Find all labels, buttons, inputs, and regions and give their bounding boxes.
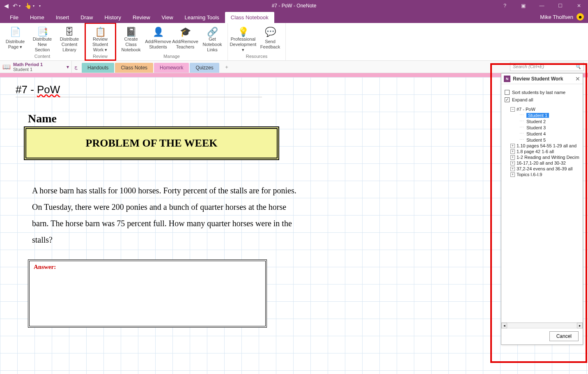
group-label-manage: Manage <box>163 54 180 60</box>
tab-view[interactable]: View <box>156 12 179 23</box>
tree-toggle-icon[interactable]: + <box>510 155 515 160</box>
review-student-work-panel: N Review Student Work ✕ Sort students by… <box>501 73 583 345</box>
sort-checkbox-row[interactable]: Sort students by last name <box>505 90 579 95</box>
problem-of-week-box: PROBLEM OF THE WEEK <box>24 126 279 160</box>
create-class-notebook-button[interactable]: 📓Create Class Notebook <box>117 24 145 54</box>
tree-toggle-icon[interactable]: + <box>510 167 515 171</box>
tree-student-student-4[interactable]: ⋯Student 4 <box>505 131 579 137</box>
user-area[interactable]: Mike Tholfsen ☻ <box>540 13 584 21</box>
tree-student-student-1[interactable]: ⋯Student 1 <box>505 112 579 118</box>
tree-label: Student 2 <box>526 119 546 124</box>
pin-nav-button[interactable]: ڄ <box>72 61 80 73</box>
panel-hscrollbar[interactable]: ◂ ▸ <box>501 322 583 328</box>
tree-label: 1-2 Reading and Writing Decim <box>517 155 579 160</box>
potw-heading: PROBLEM OF THE WEEK <box>86 137 218 149</box>
distribute-new-section-button[interactable]: 📑Distribute New Section <box>29 24 56 54</box>
scroll-right-button[interactable]: ▸ <box>577 323 583 328</box>
ribbon-options-button[interactable]: ▣ <box>514 0 533 11</box>
tree-student-student-2[interactable]: ⋯Student 2 <box>505 118 579 124</box>
section-tab-quizzes[interactable]: Quizzes <box>190 63 219 73</box>
tree-label: Student 3 <box>526 125 546 130</box>
expand-checkbox-row[interactable]: ✓ Expand all <box>505 97 579 102</box>
distribute-page-button[interactable]: 📄Distribute Page ▾ <box>2 24 29 54</box>
section-tabs: HandoutsClass NotesHomeworkQuizzes＋ <box>80 61 233 73</box>
ribbon-group-resources: 💡Professional Development ▾💬Send Feedbac… <box>228 23 286 60</box>
tab-home[interactable]: Home <box>24 12 50 23</box>
send-feedback-button[interactable]: 💬Send Feedback <box>257 24 284 54</box>
undo-button[interactable]: ↶▾ <box>13 2 21 9</box>
tab-history[interactable]: History <box>99 12 127 23</box>
tab-file[interactable]: File <box>4 12 24 23</box>
user-name: Mike Tholfsen <box>540 14 573 20</box>
tree-page[interactable]: +Topics I.6-I.9 <box>505 172 579 177</box>
tree-label: 16-17,1-20 all and 30-32 <box>517 161 566 165</box>
tree-label: Student 1 <box>526 113 549 118</box>
ribbon-group-manage: 📓Create Class Notebook👤Add/Remove Studen… <box>116 23 228 60</box>
professional-development-button[interactable]: 💡Professional Development ▾ <box>230 24 257 54</box>
tree-root[interactable]: −#7 - PoW <box>505 106 579 112</box>
window-title: #7 - PoW - OneNote <box>272 3 317 9</box>
tree-student-student-3[interactable]: ⋯Student 3 <box>505 124 579 131</box>
problem-text: A horse barn has stalls for 1000 horses.… <box>32 182 299 248</box>
section-tab-homework[interactable]: Homework <box>154 63 189 73</box>
qat-customize[interactable]: ▾ <box>39 4 41 8</box>
get-notebook-links-button[interactable]: 🔗Get Notebook Links <box>199 24 226 54</box>
page-title[interactable]: #7 - PoW <box>16 83 262 97</box>
tree-page[interactable]: +1.8 page 42 1-6 all <box>505 149 579 154</box>
add-remove-students-button[interactable]: 👤Add/Remove Students <box>145 24 172 54</box>
tab-review[interactable]: Review <box>127 12 156 23</box>
distribute-content-library-button[interactable]: 🗄Distribute Content Library <box>56 24 83 54</box>
tree-page[interactable]: +1.10 pages 54-55 1-29 all and <box>505 143 579 149</box>
tab-class-notebook[interactable]: Class Notebook <box>225 12 274 23</box>
tree-toggle-icon[interactable]: + <box>510 149 515 154</box>
review-student-work-button[interactable]: 📋Review Student Work ▾ <box>87 24 114 54</box>
scroll-track[interactable] <box>507 323 577 328</box>
minimize-button[interactable]: — <box>533 0 551 11</box>
tree-student-student-5[interactable]: ⋯Student 5 <box>505 137 579 143</box>
tree-connector: ⋯ <box>519 119 524 124</box>
panel-footer: Cancel <box>501 328 583 344</box>
tree-label: Student 4 <box>526 131 546 136</box>
sort-checkbox[interactable] <box>505 90 510 95</box>
ribbon: 📄Distribute Page ▾📑Distribute New Sectio… <box>0 23 588 61</box>
tree-connector: ⋯ <box>519 131 524 136</box>
ribbon-group-review: 📋Review Student Work ▾Review <box>85 23 116 60</box>
tree-toggle-icon[interactable]: + <box>510 144 515 148</box>
tree-toggle-icon[interactable]: − <box>510 107 515 112</box>
answer-box[interactable]: Answer: <box>28 259 267 328</box>
tree-page[interactable]: +16-17,1-20 all and 30-32 <box>505 160 579 166</box>
tree-toggle-icon[interactable]: + <box>510 161 515 165</box>
expand-checkbox[interactable]: ✓ <box>505 97 510 102</box>
touch-mode-button[interactable]: 👆▾ <box>25 2 34 9</box>
tab-draw[interactable]: Draw <box>75 12 99 23</box>
help-button[interactable]: ? <box>496 0 514 11</box>
group-label-content: Content <box>34 54 51 60</box>
expand-label: Expand all <box>512 97 533 102</box>
section-tab-class-notes[interactable]: Class Notes <box>115 63 153 73</box>
add-remove-teachers-label: Add/Remove Teachers <box>172 39 198 50</box>
add-section-button[interactable]: ＋ <box>220 62 233 73</box>
distribute-content-library-label: Distribute Content Library <box>58 39 80 50</box>
tab-insert[interactable]: Insert <box>50 12 75 23</box>
professional-development-label: Professional Development ▾ <box>230 39 257 50</box>
close-button[interactable]: ✕ <box>570 0 588 11</box>
tree-label: 1.10 pages 54-55 1-29 all and <box>517 143 577 148</box>
tree-page[interactable]: +37,2-24 evens and 36-39 all <box>505 166 579 172</box>
tab-learning-tools[interactable]: Learning Tools <box>179 12 225 23</box>
group-label-review: Review <box>93 54 108 60</box>
tree-connector: ⋯ <box>519 125 524 130</box>
tree-label: Topics I.6-I.9 <box>517 172 542 177</box>
scroll-left-button[interactable]: ◂ <box>501 323 507 328</box>
notebook-selector[interactable]: 📖 Math Period 1 Student 1 ▾ <box>0 61 72 73</box>
close-icon[interactable]: ✕ <box>575 76 580 82</box>
add-remove-teachers-button[interactable]: 🎓Add/Remove Teachers <box>172 24 199 54</box>
notebook-sub: Student 1 <box>13 67 43 72</box>
tree-toggle-icon[interactable]: + <box>510 172 515 177</box>
smiley-icon[interactable]: ☻ <box>577 13 584 21</box>
section-tab-handouts[interactable]: Handouts <box>82 63 114 73</box>
back-button[interactable]: ◀ <box>4 2 9 9</box>
tree-page[interactable]: +1-2 Reading and Writing Decim <box>505 154 579 160</box>
send-feedback-icon: 💬 <box>265 25 276 39</box>
cancel-button[interactable]: Cancel <box>549 331 579 341</box>
maximize-button[interactable]: ☐ <box>551 0 570 11</box>
